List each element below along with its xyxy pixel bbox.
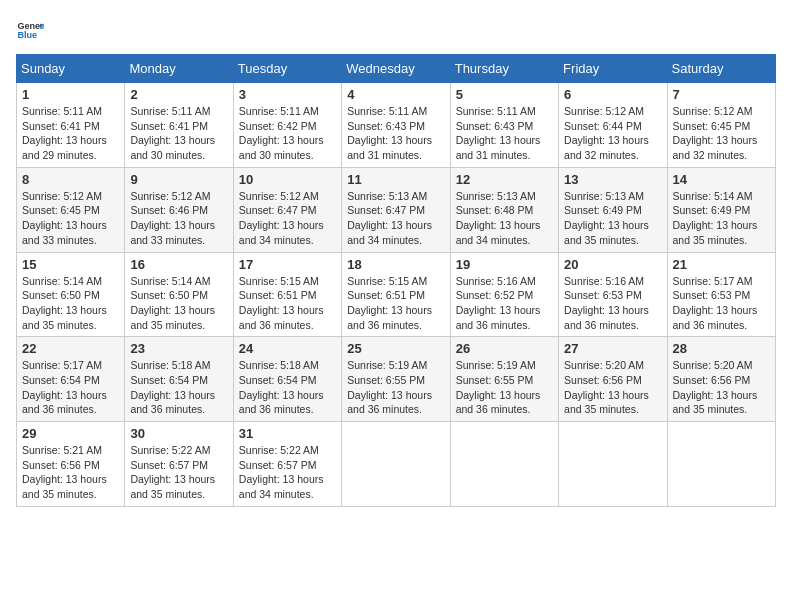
day-cell-22: 22Sunrise: 5:17 AM Sunset: 6:54 PM Dayli… — [17, 337, 125, 422]
day-cell-7: 7Sunrise: 5:12 AM Sunset: 6:45 PM Daylig… — [667, 83, 775, 168]
day-number: 18 — [347, 257, 444, 272]
day-cell-12: 12Sunrise: 5:13 AM Sunset: 6:48 PM Dayli… — [450, 167, 558, 252]
day-cell-11: 11Sunrise: 5:13 AM Sunset: 6:47 PM Dayli… — [342, 167, 450, 252]
day-cell-9: 9Sunrise: 5:12 AM Sunset: 6:46 PM Daylig… — [125, 167, 233, 252]
day-cell-14: 14Sunrise: 5:14 AM Sunset: 6:49 PM Dayli… — [667, 167, 775, 252]
day-number: 24 — [239, 341, 336, 356]
day-info: Sunrise: 5:14 AM Sunset: 6:50 PM Dayligh… — [130, 274, 227, 333]
day-cell-16: 16Sunrise: 5:14 AM Sunset: 6:50 PM Dayli… — [125, 252, 233, 337]
day-info: Sunrise: 5:12 AM Sunset: 6:47 PM Dayligh… — [239, 189, 336, 248]
day-info: Sunrise: 5:11 AM Sunset: 6:42 PM Dayligh… — [239, 104, 336, 163]
day-number: 4 — [347, 87, 444, 102]
calendar-table: SundayMondayTuesdayWednesdayThursdayFrid… — [16, 54, 776, 507]
empty-cell — [667, 422, 775, 507]
day-info: Sunrise: 5:18 AM Sunset: 6:54 PM Dayligh… — [239, 358, 336, 417]
day-info: Sunrise: 5:12 AM Sunset: 6:45 PM Dayligh… — [673, 104, 770, 163]
day-cell-24: 24Sunrise: 5:18 AM Sunset: 6:54 PM Dayli… — [233, 337, 341, 422]
day-cell-27: 27Sunrise: 5:20 AM Sunset: 6:56 PM Dayli… — [559, 337, 667, 422]
day-cell-3: 3Sunrise: 5:11 AM Sunset: 6:42 PM Daylig… — [233, 83, 341, 168]
day-number: 12 — [456, 172, 553, 187]
col-header-wednesday: Wednesday — [342, 55, 450, 83]
day-number: 21 — [673, 257, 770, 272]
day-number: 13 — [564, 172, 661, 187]
day-cell-5: 5Sunrise: 5:11 AM Sunset: 6:43 PM Daylig… — [450, 83, 558, 168]
day-cell-4: 4Sunrise: 5:11 AM Sunset: 6:43 PM Daylig… — [342, 83, 450, 168]
day-info: Sunrise: 5:12 AM Sunset: 6:46 PM Dayligh… — [130, 189, 227, 248]
page-header: General Blue — [16, 16, 776, 44]
day-info: Sunrise: 5:22 AM Sunset: 6:57 PM Dayligh… — [130, 443, 227, 502]
day-info: Sunrise: 5:21 AM Sunset: 6:56 PM Dayligh… — [22, 443, 119, 502]
day-number: 8 — [22, 172, 119, 187]
day-cell-2: 2Sunrise: 5:11 AM Sunset: 6:41 PM Daylig… — [125, 83, 233, 168]
day-info: Sunrise: 5:15 AM Sunset: 6:51 PM Dayligh… — [239, 274, 336, 333]
day-info: Sunrise: 5:19 AM Sunset: 6:55 PM Dayligh… — [456, 358, 553, 417]
col-header-friday: Friday — [559, 55, 667, 83]
day-info: Sunrise: 5:11 AM Sunset: 6:41 PM Dayligh… — [22, 104, 119, 163]
day-info: Sunrise: 5:12 AM Sunset: 6:45 PM Dayligh… — [22, 189, 119, 248]
day-cell-30: 30Sunrise: 5:22 AM Sunset: 6:57 PM Dayli… — [125, 422, 233, 507]
day-cell-19: 19Sunrise: 5:16 AM Sunset: 6:52 PM Dayli… — [450, 252, 558, 337]
day-cell-20: 20Sunrise: 5:16 AM Sunset: 6:53 PM Dayli… — [559, 252, 667, 337]
day-info: Sunrise: 5:20 AM Sunset: 6:56 PM Dayligh… — [673, 358, 770, 417]
day-cell-23: 23Sunrise: 5:18 AM Sunset: 6:54 PM Dayli… — [125, 337, 233, 422]
day-cell-18: 18Sunrise: 5:15 AM Sunset: 6:51 PM Dayli… — [342, 252, 450, 337]
day-number: 6 — [564, 87, 661, 102]
day-number: 3 — [239, 87, 336, 102]
day-number: 19 — [456, 257, 553, 272]
day-cell-31: 31Sunrise: 5:22 AM Sunset: 6:57 PM Dayli… — [233, 422, 341, 507]
empty-cell — [450, 422, 558, 507]
day-number: 25 — [347, 341, 444, 356]
logo: General Blue — [16, 16, 44, 44]
day-cell-26: 26Sunrise: 5:19 AM Sunset: 6:55 PM Dayli… — [450, 337, 558, 422]
day-cell-29: 29Sunrise: 5:21 AM Sunset: 6:56 PM Dayli… — [17, 422, 125, 507]
day-info: Sunrise: 5:16 AM Sunset: 6:53 PM Dayligh… — [564, 274, 661, 333]
day-cell-15: 15Sunrise: 5:14 AM Sunset: 6:50 PM Dayli… — [17, 252, 125, 337]
day-cell-25: 25Sunrise: 5:19 AM Sunset: 6:55 PM Dayli… — [342, 337, 450, 422]
col-header-thursday: Thursday — [450, 55, 558, 83]
week-row-4: 22Sunrise: 5:17 AM Sunset: 6:54 PM Dayli… — [17, 337, 776, 422]
day-number: 27 — [564, 341, 661, 356]
day-info: Sunrise: 5:11 AM Sunset: 6:43 PM Dayligh… — [347, 104, 444, 163]
day-number: 23 — [130, 341, 227, 356]
day-info: Sunrise: 5:14 AM Sunset: 6:49 PM Dayligh… — [673, 189, 770, 248]
week-row-2: 8Sunrise: 5:12 AM Sunset: 6:45 PM Daylig… — [17, 167, 776, 252]
day-info: Sunrise: 5:14 AM Sunset: 6:50 PM Dayligh… — [22, 274, 119, 333]
day-info: Sunrise: 5:15 AM Sunset: 6:51 PM Dayligh… — [347, 274, 444, 333]
day-info: Sunrise: 5:13 AM Sunset: 6:48 PM Dayligh… — [456, 189, 553, 248]
day-number: 17 — [239, 257, 336, 272]
day-cell-13: 13Sunrise: 5:13 AM Sunset: 6:49 PM Dayli… — [559, 167, 667, 252]
day-number: 30 — [130, 426, 227, 441]
day-number: 9 — [130, 172, 227, 187]
day-info: Sunrise: 5:20 AM Sunset: 6:56 PM Dayligh… — [564, 358, 661, 417]
day-number: 20 — [564, 257, 661, 272]
empty-cell — [342, 422, 450, 507]
day-number: 29 — [22, 426, 119, 441]
day-number: 31 — [239, 426, 336, 441]
col-header-sunday: Sunday — [17, 55, 125, 83]
day-number: 16 — [130, 257, 227, 272]
col-header-tuesday: Tuesday — [233, 55, 341, 83]
empty-cell — [559, 422, 667, 507]
day-number: 28 — [673, 341, 770, 356]
svg-text:Blue: Blue — [17, 30, 37, 40]
day-info: Sunrise: 5:13 AM Sunset: 6:47 PM Dayligh… — [347, 189, 444, 248]
day-cell-17: 17Sunrise: 5:15 AM Sunset: 6:51 PM Dayli… — [233, 252, 341, 337]
day-info: Sunrise: 5:17 AM Sunset: 6:53 PM Dayligh… — [673, 274, 770, 333]
day-cell-10: 10Sunrise: 5:12 AM Sunset: 6:47 PM Dayli… — [233, 167, 341, 252]
day-info: Sunrise: 5:13 AM Sunset: 6:49 PM Dayligh… — [564, 189, 661, 248]
day-info: Sunrise: 5:11 AM Sunset: 6:43 PM Dayligh… — [456, 104, 553, 163]
day-number: 2 — [130, 87, 227, 102]
day-number: 1 — [22, 87, 119, 102]
day-info: Sunrise: 5:11 AM Sunset: 6:41 PM Dayligh… — [130, 104, 227, 163]
day-number: 14 — [673, 172, 770, 187]
day-number: 5 — [456, 87, 553, 102]
day-info: Sunrise: 5:16 AM Sunset: 6:52 PM Dayligh… — [456, 274, 553, 333]
day-cell-6: 6Sunrise: 5:12 AM Sunset: 6:44 PM Daylig… — [559, 83, 667, 168]
day-cell-21: 21Sunrise: 5:17 AM Sunset: 6:53 PM Dayli… — [667, 252, 775, 337]
day-number: 22 — [22, 341, 119, 356]
day-info: Sunrise: 5:18 AM Sunset: 6:54 PM Dayligh… — [130, 358, 227, 417]
week-row-3: 15Sunrise: 5:14 AM Sunset: 6:50 PM Dayli… — [17, 252, 776, 337]
day-cell-28: 28Sunrise: 5:20 AM Sunset: 6:56 PM Dayli… — [667, 337, 775, 422]
day-cell-1: 1Sunrise: 5:11 AM Sunset: 6:41 PM Daylig… — [17, 83, 125, 168]
week-row-5: 29Sunrise: 5:21 AM Sunset: 6:56 PM Dayli… — [17, 422, 776, 507]
